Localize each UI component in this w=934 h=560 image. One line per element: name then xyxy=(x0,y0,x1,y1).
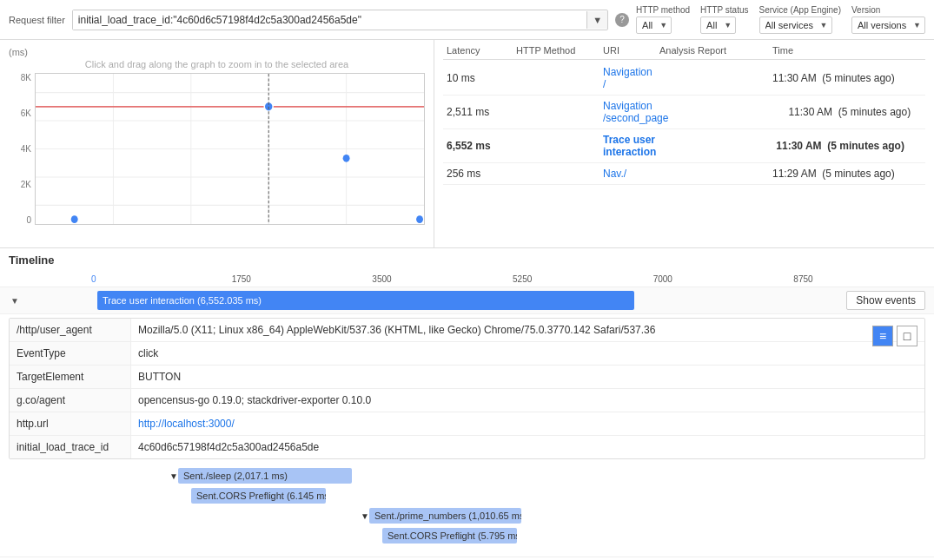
col-latency: Latency xyxy=(443,45,513,56)
sub-bar-sleep: ▼ Sent./sleep (2,017.1 ms) xyxy=(9,468,925,484)
version-dropdown-wrapper: All versions ▼ xyxy=(851,16,925,34)
filter-dropdown-button[interactable]: ▼ xyxy=(586,11,607,29)
detail-key-target: TargetElement xyxy=(10,366,131,388)
top-section: (ms) Click and drag along the graph to z… xyxy=(0,40,934,248)
sleep-toggle[interactable]: ▼ xyxy=(169,471,178,481)
y-label-8k: 8K xyxy=(21,73,31,82)
chart-container: 8K 6K 4K 2K 0 xyxy=(9,73,425,225)
row2-latency: 2,511 ms xyxy=(443,106,513,118)
main-trace-label: Trace user interaction (6,552.035 ms) xyxy=(103,295,262,306)
chart-hint: Click and drag along the graph to zoom i… xyxy=(9,59,425,69)
version-group: Version All versions ▼ xyxy=(851,5,925,34)
prime-label: Sent./prime_numbers (1,010.65 ms) xyxy=(374,511,521,521)
detail-value-user-agent: Mozilla/5.0 (X11; Linux x86_64) AppleWeb… xyxy=(131,319,924,341)
row3-latency: 6,552 ms xyxy=(443,140,513,152)
sub-bars-area: ▼ Sent./sleep (2,017.1 ms) Sent.CORS Pre… xyxy=(0,463,934,553)
col-time: Time xyxy=(769,45,925,56)
row3-time: 11:30 AM (5 minutes ago) xyxy=(772,140,929,152)
service-dropdown-wrapper: All services ▼ xyxy=(759,16,832,34)
filter-label: Request filter xyxy=(9,15,65,25)
filter-input[interactable] xyxy=(73,10,586,30)
expand-icon[interactable]: ≡ xyxy=(872,326,893,346)
service-select[interactable]: All services xyxy=(759,16,832,34)
chart-y-axis: 8K 6K 4K 2K 0 xyxy=(9,73,35,225)
detail-row-eventtype: EventType click xyxy=(10,342,924,366)
detail-value-traceid: 4c60d6c57198f4d2c5a300ad2456a5de xyxy=(131,436,924,458)
row1-uri-link[interactable]: Navigation / xyxy=(603,66,652,90)
http-method-group: HTTP method All ▼ xyxy=(636,5,690,34)
detail-value-target: BUTTON xyxy=(131,366,924,388)
row2-uri-link[interactable]: Navigation /second_page xyxy=(603,100,668,124)
filter-input-container: ▼ xyxy=(72,10,608,30)
row2-uri[interactable]: Navigation /second_page xyxy=(599,100,672,124)
detail-row-user-agent: /http/user_agent Mozilla/5.0 (X11; Linux… xyxy=(10,319,924,342)
row1-uri[interactable]: Navigation / xyxy=(599,66,656,90)
trace-details: ≡ □ /http/user_agent Mozilla/5.0 (X11; L… xyxy=(9,318,925,459)
row1-latency: 10 ms xyxy=(443,72,513,84)
row2-time: 11:30 AM (5 minutes ago) xyxy=(785,106,934,118)
svg-point-10 xyxy=(71,215,78,223)
cors2-bar: Sent.CORS Preflight (5.795 ms) xyxy=(382,528,517,544)
svg-point-12 xyxy=(343,155,350,162)
detail-key-url: http.url xyxy=(10,412,131,435)
filter-row: Request filter ▼ ? HTTP method All ▼ HTT… xyxy=(0,0,934,40)
http-method-select[interactable]: All xyxy=(636,16,672,34)
version-select[interactable]: All versions xyxy=(851,16,925,34)
collapse-icon[interactable]: □ xyxy=(897,326,917,346)
row3-uri-link[interactable]: Trace user interaction xyxy=(603,134,656,158)
http-method-label: HTTP method xyxy=(636,5,690,15)
show-events-button[interactable]: Show events xyxy=(846,291,925,310)
col-uri: URI xyxy=(599,45,656,56)
row4-latency: 256 ms xyxy=(443,168,513,180)
version-label: Version xyxy=(851,5,880,15)
main-trace-row: ▼ Trace user interaction (6,552.035 ms) … xyxy=(0,287,934,314)
request-table-panel: Latency HTTP Method URI Analysis Report … xyxy=(434,40,934,247)
service-label: Service (App Engine) xyxy=(759,5,842,15)
y-label-2k: 2K xyxy=(21,180,31,189)
main-trace-bar: Trace user interaction (6,552.035 ms) xyxy=(97,291,634,310)
row4-time: 11:29 AM (5 minutes ago) xyxy=(769,168,925,180)
detail-icon-group: ≡ □ xyxy=(872,326,917,346)
http-status-dropdown-wrapper: All ▼ xyxy=(700,16,736,34)
chart-svg xyxy=(36,74,424,224)
ruler-1750: 1750 xyxy=(232,274,373,284)
y-label-6k: 6K xyxy=(21,109,31,118)
table-header: Latency HTTP Method URI Analysis Report … xyxy=(443,45,925,60)
ruler-5250: 5250 xyxy=(513,274,653,284)
row4-uri-link[interactable]: Nav./ xyxy=(603,168,626,180)
timeline-ruler: 0 1750 3500 5250 7000 8750 xyxy=(0,272,934,287)
table-row: 256 ms Nav./ 11:29 AM (5 minutes ago) xyxy=(443,163,925,185)
row3-uri[interactable]: Trace user interaction xyxy=(599,134,659,158)
detail-value-url[interactable]: http://localhost:3000/ xyxy=(131,412,924,435)
prime-toggle[interactable]: ▼ xyxy=(361,511,369,521)
cors2-label: Sent.CORS Preflight (5.795 ms) xyxy=(388,530,517,541)
detail-value-agent: opencensus-go 0.19.0; stackdriver-export… xyxy=(131,389,924,412)
ruler-3500: 3500 xyxy=(372,274,513,284)
sleep-label: Sent./sleep (2,017.1 ms) xyxy=(183,471,288,481)
service-group: Service (App Engine) All services ▼ xyxy=(759,5,842,34)
ruler-0: 0 xyxy=(91,274,232,284)
prime-bar: Sent./prime_numbers (1,010.65 ms) xyxy=(369,508,521,524)
detail-key-eventtype: EventType xyxy=(10,342,131,365)
col-analysis: Analysis Report xyxy=(656,45,769,56)
trace-toggle[interactable]: ▼ xyxy=(9,294,21,306)
table-row-selected: 6,552 ms Trace user interaction 11:30 AM… xyxy=(443,129,925,163)
ms-label: (ms) xyxy=(9,47,425,57)
http-method-dropdown-wrapper: All ▼ xyxy=(636,16,672,34)
header-dropdowns: HTTP method All ▼ HTTP status All ▼ Serv… xyxy=(636,5,925,34)
help-icon[interactable]: ? xyxy=(615,13,629,27)
sleep-bar: Sent./sleep (2,017.1 ms) xyxy=(178,468,352,484)
y-label-4k: 4K xyxy=(21,144,31,154)
chart-area[interactable] xyxy=(35,73,425,225)
row4-uri[interactable]: Nav./ xyxy=(599,168,656,180)
http-status-select[interactable]: All xyxy=(700,16,736,34)
detail-key-agent: g.co/agent xyxy=(10,389,131,412)
timeline-section: Timeline 0 1750 3500 5250 7000 8750 ▼ Tr… xyxy=(0,248,934,560)
row1-time: 11:30 AM (5 minutes ago) xyxy=(769,72,925,84)
sub-bar-cors2: Sent.CORS Preflight (5.795 ms) xyxy=(9,528,925,544)
sub-bar-prime: ▼ Sent./prime_numbers (1,010.65 ms) xyxy=(9,508,925,524)
http-status-group: HTTP status All ▼ xyxy=(700,5,748,34)
detail-row-agent: g.co/agent opencensus-go 0.19.0; stackdr… xyxy=(10,389,924,412)
ruler-8750: 8750 xyxy=(793,274,934,284)
detail-key-traceid: initial_load_trace_id xyxy=(10,436,131,458)
